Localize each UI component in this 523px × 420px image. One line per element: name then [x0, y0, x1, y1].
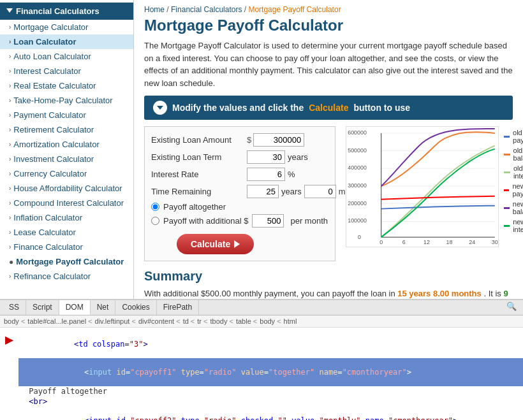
chevron-icon: › — [9, 185, 11, 192]
percent-label: % — [288, 170, 295, 179]
radio-row-2: Payoff with additional $ per month — [151, 214, 328, 228]
breadcrumb-section[interactable]: Financial Calculators — [171, 5, 242, 14]
breadcrumb-tbody: tbody — [210, 317, 233, 325]
breadcrumb-current: Mortgage Payoff Calculator — [248, 5, 341, 14]
legend-item-old-payment: old payment — [504, 129, 523, 144]
payoff-altogether-radio[interactable] — [151, 203, 159, 211]
sidebar-item-house[interactable]: › House Affordability Calculator — [0, 181, 133, 196]
legend-color-new-interest — [504, 225, 510, 227]
svg-text:300000: 300000 — [348, 182, 367, 189]
code-attr-td: td — [78, 340, 87, 349]
svg-text:30: 30 — [492, 239, 498, 245]
time-months-input[interactable] — [304, 185, 336, 198]
sidebar-item-currency[interactable]: › Currency Calculator — [0, 166, 133, 181]
time-years-input[interactable] — [247, 185, 279, 198]
breadcrumb-tr: tr — [197, 317, 207, 325]
chart-area: 600000 500000 400000 300000 200000 10000… — [346, 126, 523, 261]
summary-payoff-time: 15 years 8.00 months — [397, 289, 482, 298]
chevron-icon: › — [9, 82, 11, 89]
sidebar-item-label: Compound Interest Calculator — [13, 198, 124, 208]
sidebar-item-label: House Affordability Calculator — [13, 184, 122, 193]
sidebar-item-lease[interactable]: › Lease Calculator — [0, 225, 133, 240]
per-month-label: per month — [290, 216, 328, 226]
modify-banner: Modify the values and click the Calculat… — [144, 96, 513, 120]
chevron-icon: › — [9, 53, 11, 60]
loan-term-input[interactable] — [247, 150, 285, 164]
banner-icon — [153, 101, 167, 115]
banner-prefix: Modify the values and click the — [172, 103, 304, 113]
devtools-search[interactable]: 🔍 — [503, 300, 520, 315]
payoff-additional-label[interactable]: Payoff with additional $ — [163, 216, 248, 226]
chevron-icon: › — [9, 126, 11, 133]
summary-text-before: With additional $500.00 monthly payment,… — [144, 289, 395, 298]
sidebar-item-mortgage-payoff[interactable]: ● Mortgage Payoff Calculator — [0, 254, 133, 269]
code-block: <td colspan="3"> <input id="cpayoff1" ty… — [18, 330, 523, 420]
sidebar-item-label: Auto Loan Calculator — [13, 52, 91, 61]
summary-section: Summary With additional $500.00 monthly … — [144, 269, 513, 299]
page-description: The Mortgage Payoff Calculator is used t… — [144, 40, 513, 89]
devtools-tab-script[interactable]: Script — [26, 300, 59, 315]
chevron-icon: › — [9, 243, 11, 250]
calculate-label: Calculate — [191, 239, 230, 249]
devtools-tab-ss[interactable]: SS — [3, 300, 26, 315]
code-tag-close: > — [143, 340, 147, 349]
time-remaining-row: Time Remaining years months — [151, 185, 328, 198]
svg-text:0: 0 — [358, 234, 361, 240]
sidebar-item-real-estate[interactable]: › Real Estate Calculator — [0, 78, 133, 93]
sidebar-item-auto-loan[interactable]: › Auto Loan Calculator — [0, 49, 133, 64]
code-line-4: <br> — [18, 396, 523, 407]
sidebar-item-finance[interactable]: › Finance Calculator — [0, 240, 133, 254]
sidebar-item-mortgage[interactable]: › Mortgage Calculator — [0, 20, 133, 34]
interest-rate-input[interactable] — [247, 168, 285, 181]
legend-color-old-balance — [504, 154, 510, 156]
loan-amount-input[interactable] — [253, 133, 304, 147]
chevron-icon: › — [9, 141, 11, 148]
legend-label-new-interest: new interest — [513, 218, 523, 233]
legend: old payment old balance old interest — [504, 126, 523, 249]
sidebar-item-amortization[interactable]: › Amortization Calculator — [0, 137, 133, 152]
chevron-icon: › — [9, 112, 11, 119]
sidebar-item-refinance[interactable]: › Refinance Calculator — [0, 269, 133, 284]
chevron-icon: ● — [9, 257, 13, 266]
chevron-icon: › — [9, 170, 11, 177]
code-line-1: <td colspan="3"> — [18, 330, 523, 358]
sidebar-item-take-home[interactable]: › Take-Home-Pay Calculator — [0, 93, 133, 108]
payoff-additional-radio[interactable] — [151, 217, 159, 225]
payoff-altogether-label[interactable]: Payoff altogether — [163, 202, 226, 212]
summary-text: With additional $500.00 monthly payment,… — [144, 287, 513, 299]
sidebar-item-payment[interactable]: › Payment Calculator — [0, 108, 133, 122]
svg-text:500000: 500000 — [348, 147, 367, 154]
sidebar-item-label: Amortization Calculator — [13, 140, 99, 149]
calculate-button[interactable]: Calculate — [177, 234, 254, 254]
sidebar-item-label: Real Estate Calculator — [13, 81, 96, 91]
sidebar-item-interest[interactable]: › Interest Calculator — [0, 64, 133, 78]
breadcrumb-home[interactable]: Home — [144, 5, 165, 14]
devtools-tab-net[interactable]: Net — [91, 300, 116, 315]
devtools-tab-firepath[interactable]: FirePath — [157, 300, 199, 315]
breadcrumb: Home / Financial Calculators / Mortgage … — [144, 5, 513, 14]
banner-highlight: Calculate — [309, 103, 348, 113]
chart-svg: 600000 500000 400000 300000 200000 10000… — [346, 126, 499, 249]
sidebar-item-label: Retirement Calculator — [13, 125, 94, 134]
additional-amount-input[interactable] — [252, 214, 284, 228]
legend-label-old-payment: old payment — [513, 129, 523, 144]
time-remaining-label: Time Remaining — [151, 187, 247, 196]
years-label: years — [288, 152, 308, 162]
sidebar-item-label: Refinance Calculator — [13, 272, 91, 281]
sidebar-item-retirement[interactable]: › Retirement Calculator — [0, 122, 133, 137]
breadcrumb-table2: table — [236, 317, 257, 325]
code-attr-colspan: colspan — [92, 340, 125, 349]
sidebar-item-compound[interactable]: › Compound Interest Calculator — [0, 196, 133, 210]
sidebar-item-inflation[interactable]: › Inflation Calculator — [0, 210, 133, 225]
sidebar-item-loan[interactable]: › Loan Calculator — [0, 34, 133, 49]
years-unit: years — [281, 187, 302, 196]
breadcrumb-body2: body — [260, 317, 281, 325]
chevron-icon: › — [9, 38, 11, 45]
sidebar-item-investment[interactable]: › Investment Calculator — [0, 152, 133, 166]
loan-term-row: Existing Loan Term years — [151, 150, 328, 164]
devtools-tab-dom[interactable]: DOM — [59, 300, 91, 315]
code-line-selected: <input id="cpayoff1" type="radio" value=… — [18, 358, 523, 386]
radio-section: Payoff altogether Payoff with additional… — [151, 202, 328, 228]
legend-label-new-balance: new balance — [513, 200, 523, 215]
devtools-tab-cookies[interactable]: Cookies — [115, 300, 156, 315]
